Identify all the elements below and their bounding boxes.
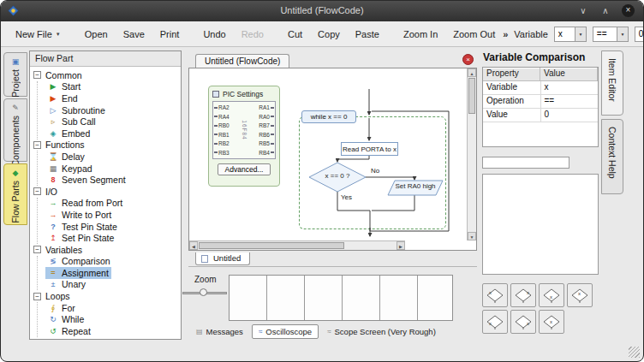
tab-messages[interactable]: ▤ Messages (190, 325, 249, 338)
description-box[interactable] (482, 174, 599, 275)
tree-item-keypad[interactable]: ▦Keypad (45, 163, 95, 175)
maximize-icon[interactable]: ∧ (599, 6, 611, 15)
tree-item-unary[interactable]: ±Unary (45, 279, 88, 291)
subtab-untitled[interactable]: Untitled (195, 252, 250, 265)
flowchart-canvas[interactable]: PIC Settings RA2 RA4 RB0 RB1 RB2 RB3 16F… (188, 68, 477, 251)
comparison-template-button[interactable]: x (510, 310, 536, 334)
expander-icon[interactable]: − (33, 187, 41, 195)
tree-group-loops[interactable]: −Loops (33, 290, 177, 302)
comparison-template-button[interactable]: x (510, 283, 536, 307)
resize-grip[interactable] (629, 347, 640, 358)
comparison-template-button[interactable]: x (482, 283, 508, 307)
new-file-button[interactable]: New File▼ (8, 26, 69, 43)
open-button[interactable]: Open (77, 26, 116, 43)
titlebar[interactable]: Untitled (FlowCode) ∨ ∧ × (1, 1, 643, 21)
property-name-cell: Variable (483, 81, 541, 94)
property-value-cell[interactable]: == (541, 95, 599, 108)
tree-item-embed[interactable]: ◈Embed (45, 128, 92, 139)
tree-item-for[interactable]: ∮For (45, 302, 78, 314)
sidebar-tab-context-help[interactable]: Context Help (601, 119, 623, 194)
advanced-button[interactable]: Advanced... (218, 163, 271, 175)
sidebar-tab-project[interactable]: ▣ Project (3, 52, 27, 97)
scroll-left-icon[interactable]: ◀ (189, 241, 198, 250)
vertical-scrollbar-thumb[interactable] (468, 78, 475, 114)
table-row: Operation == (483, 95, 598, 109)
chevron-down-icon[interactable]: ▼ (617, 27, 628, 41)
expression-field[interactable] (482, 157, 569, 169)
save-button[interactable]: Save (116, 26, 152, 43)
pin-label: RB6 (259, 131, 274, 139)
app-icon[interactable] (8, 5, 19, 16)
tree-item-read-from-port[interactable]: →Read from Port (45, 198, 125, 210)
read-porta-box[interactable]: Read PORTA to x (341, 142, 398, 156)
tab-oscilloscope[interactable]: ≈ Oscilloscope (252, 324, 319, 339)
zoom-out-button[interactable]: Zoom Out (445, 26, 503, 43)
tree-item-subroutine[interactable]: ▷Subroutine (45, 104, 108, 116)
vertical-scrollbar[interactable]: ▲ ▼ (467, 68, 476, 240)
operator-select[interactable]: == ▼ (593, 27, 629, 42)
sidebar-tab-flow-parts[interactable]: ◆ Flow Parts (3, 163, 27, 225)
oscilloscope-icon: ≈ (259, 328, 262, 335)
sidebar-tab-components[interactable]: ✎ Components (3, 98, 27, 162)
expander-icon[interactable]: − (33, 71, 41, 79)
column-header-value[interactable]: Value (540, 68, 598, 80)
tree-item-seven-segment[interactable]: 8Seven Segment (45, 174, 128, 186)
tree-item-start[interactable]: ▶Start (45, 81, 83, 93)
tree-group-io[interactable]: −I/O (33, 186, 177, 198)
paste-button[interactable]: Paste (348, 26, 387, 43)
horizontal-scrollbar-thumb[interactable] (199, 242, 344, 249)
tab-scope-screen[interactable]: ≈ Scope Screen (Very Rough) (321, 325, 442, 338)
tree-item-delay[interactable]: ⌛Delay (45, 151, 87, 163)
value-select[interactable]: 0 ▼ (635, 27, 644, 42)
property-value-cell[interactable]: x (541, 81, 599, 94)
horizontal-scrollbar[interactable]: ◀ ▶ (189, 240, 405, 250)
pic-settings-block[interactable]: PIC Settings RA2 RA4 RB0 RB1 RB2 RB3 16F… (208, 86, 280, 187)
comparison-template-button[interactable]: x (539, 310, 564, 334)
undo-button[interactable]: Undo (195, 26, 233, 43)
tree-group-variables[interactable]: −Variables (33, 244, 177, 256)
column-header-property[interactable]: Property (483, 68, 540, 80)
zoom-slider[interactable] (182, 288, 227, 297)
sidebar-tab-item-editor[interactable]: Item Editor (601, 50, 623, 116)
expander-icon[interactable]: − (33, 293, 41, 300)
expander-icon[interactable]: − (33, 246, 41, 253)
comparison-template-button[interactable]: x (567, 283, 593, 307)
variable-select[interactable]: x ▼ (554, 27, 587, 42)
toolbar-overflow-icon[interactable]: » (503, 29, 508, 39)
tree-item-comparison[interactable]: ≶Comparison (45, 256, 113, 268)
decision-label[interactable]: x == 0 ? (309, 172, 366, 180)
tree-item-write-to-port[interactable]: →Write to Port (45, 209, 114, 221)
comparison-template-button[interactable]: x (539, 283, 564, 307)
zoom-slider-thumb[interactable] (200, 288, 207, 296)
scroll-up-icon[interactable]: ▲ (468, 68, 476, 77)
document-tab[interactable]: Untitled (FlowCode) (195, 54, 289, 68)
comparison-template-button[interactable]: x (482, 310, 508, 334)
tree-item-label: Subroutine (62, 105, 105, 116)
tree-item-sub-call[interactable]: ▹Sub Call (45, 116, 98, 128)
tree-item-repeat[interactable]: ↺Repeat (45, 325, 93, 337)
print-button[interactable]: Print (152, 26, 188, 43)
pin-label: RB2 (214, 139, 230, 147)
copy-button[interactable]: Copy (310, 26, 348, 43)
zoom-in-button[interactable]: Zoom In (396, 26, 445, 43)
tree-item-test-pin-state[interactable]: ?Test Pin State (45, 221, 120, 233)
tree-group-common[interactable]: −Common (33, 69, 177, 81)
cut-button[interactable]: Cut (280, 26, 310, 43)
tree-item-end[interactable]: ▶End (45, 92, 80, 104)
keypad-icon: ▦ (48, 163, 58, 174)
tree-item-set-pin-state[interactable]: ↥Set Pin State (45, 232, 116, 244)
tree-item-assignment[interactable]: =Assignment (45, 267, 111, 279)
property-value-cell[interactable]: 0 (541, 109, 599, 122)
set-ra0-label[interactable]: Set RA0 high (388, 182, 443, 190)
close-icon[interactable]: × (622, 4, 635, 17)
expander-icon[interactable]: − (33, 141, 41, 149)
minimize-icon[interactable]: ∨ (577, 6, 589, 15)
scroll-right-icon[interactable]: ▶ (397, 241, 405, 250)
tab-close-icon[interactable]: × (462, 54, 474, 65)
tree-group-functions[interactable]: −Functions (33, 139, 177, 151)
tree-item-while[interactable]: ↻While (45, 313, 86, 325)
while-loop-box[interactable]: while x == 0 (301, 110, 356, 123)
pin-label: RB1 (214, 131, 230, 139)
scroll-down-icon[interactable]: ▼ (468, 232, 476, 240)
chevron-down-icon[interactable]: ▼ (575, 27, 586, 41)
